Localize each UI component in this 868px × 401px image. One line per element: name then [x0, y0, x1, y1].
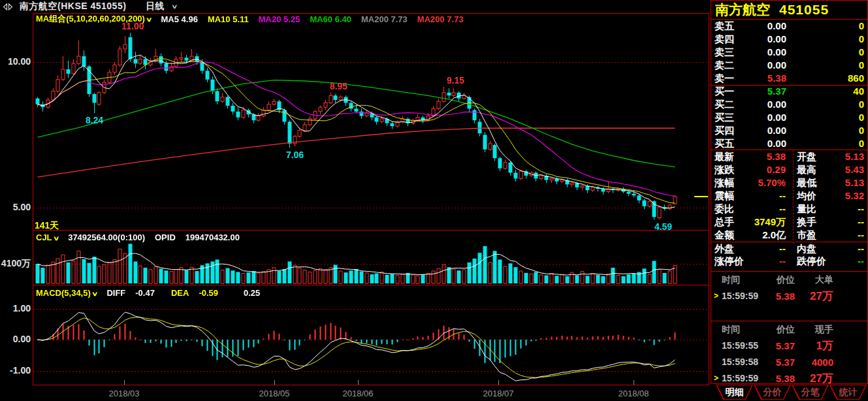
date-label: 2018/08: [611, 389, 656, 398]
column-header: 时间: [722, 272, 740, 288]
book-price: 0.00: [767, 111, 786, 124]
volume-indicator-row: CJL∨ 37492564.00(0:100) OPID 199470432.0…: [36, 232, 240, 242]
chart-annotation: 8.24: [80, 115, 110, 125]
stat-row: 外盘--内盘--: [711, 242, 867, 255]
order-book-row: 卖三0.000: [711, 46, 867, 59]
stat-row: 最新5.38开盘5.13: [711, 150, 867, 163]
stat-value: 0.29: [767, 163, 786, 176]
bottom-tabs: 明细分价分笔统计: [712, 385, 868, 401]
tab-tick[interactable]: 分笔: [792, 385, 829, 400]
diff-value: -0.47: [135, 288, 155, 298]
stat-value: --: [779, 202, 786, 216]
stat-value: 5.70%: [758, 176, 786, 189]
big-orders-table: 时间价位大单>15:59:595.3827万: [711, 271, 868, 321]
ma-label-5: MA200 7.73: [361, 14, 408, 24]
book-price: 0.00: [767, 98, 786, 111]
chevron-down-icon[interactable]: ∨: [171, 3, 178, 10]
stat-label: 内盘: [797, 242, 816, 255]
stat-value: 5.13: [845, 150, 864, 163]
main-price-tick: 10.00: [0, 56, 31, 67]
stat-value: --: [858, 242, 864, 255]
stats-column-divider: [793, 150, 794, 244]
book-divider: [711, 85, 867, 86]
tab-label: 分价: [754, 385, 791, 400]
stat-value: --: [858, 229, 864, 242]
cjl-value: 37492564.00(0:100): [68, 233, 145, 242]
trade-qty: 4000: [812, 354, 833, 370]
tab-label: 明细: [716, 385, 753, 400]
title-bar: 南方航空(HKSE 451055) 日线 ∨: [0, 0, 711, 13]
order-book-row: 买五0.000: [711, 137, 867, 150]
book-qty: 0: [859, 46, 864, 59]
price-chart-canvas[interactable]: [33, 13, 709, 385]
cjl-label[interactable]: CJL∨: [36, 233, 58, 242]
dea-label: DEA: [171, 288, 189, 298]
book-label: 卖一: [715, 72, 734, 85]
stat-label: 涨幅: [715, 176, 734, 189]
stat-value: 2.0亿: [762, 229, 786, 242]
chart-annotation: 4.59: [649, 221, 679, 232]
book-price: 0.00: [767, 46, 786, 59]
link-triangles-icon: [3, 3, 13, 10]
ma-label-1: MA5 4.96: [161, 14, 198, 24]
range-days-label: 141天: [35, 220, 59, 232]
tab-detail[interactable]: 明细: [716, 385, 753, 400]
chart-annotation: 8.95: [324, 81, 354, 91]
ma-indicator-row: MA组合(5,10,20,60,200,200)∨MA5 4.96MA10 5.…: [36, 14, 464, 24]
date-label: 2018/03: [101, 389, 147, 398]
stat-label: 震幅: [715, 189, 734, 202]
stat-label: 跌停价: [797, 255, 826, 268]
ma-label-3: MA20 5.25: [259, 14, 300, 24]
book-qty: 40: [853, 85, 864, 98]
book-label: 买四: [715, 124, 734, 137]
period-selector[interactable]: 日线: [146, 1, 164, 12]
book-label: 买三: [715, 111, 734, 124]
stock-name: 南方航空: [715, 2, 770, 17]
main-price-tick: 5.00: [0, 202, 31, 212]
book-price: 0.00: [767, 124, 786, 137]
stats-grid: 最新5.38开盘5.13涨跌0.29最高5.43涨幅5.70%最低5.13震幅-…: [711, 150, 868, 272]
volume-axis-label: 4100万: [0, 258, 31, 270]
stat-label: 市盈: [797, 229, 816, 242]
book-qty: 0: [859, 124, 864, 137]
order-book-row: 买二0.000: [711, 98, 867, 111]
column-header: 大单: [815, 272, 833, 288]
column-header: 现手: [815, 321, 833, 338]
order-book: 卖五0.000卖四0.000卖三0.000卖二0.000卖一5.38860买一5…: [711, 19, 868, 150]
stat-label: 量比: [797, 202, 816, 216]
tab-statistics[interactable]: 统计: [829, 385, 867, 400]
stat-row: 金额2.0亿市盈--: [711, 229, 867, 242]
stat-row: 涨跌0.29最高5.43: [711, 163, 867, 176]
book-qty: 0: [859, 59, 864, 72]
stock-code: 451055: [779, 2, 829, 17]
stat-value: --: [858, 202, 864, 216]
date-label: 2018/05: [251, 389, 297, 398]
chart-annotation: 11.00: [118, 21, 148, 31]
book-label: 卖三: [715, 46, 734, 59]
stat-label: 最新: [715, 150, 734, 163]
opid-value: 199470432.00: [185, 233, 240, 242]
stat-value: --: [779, 189, 786, 202]
recent-trades-table: 时间价位现手15:59:555.371万15:59:585.374000>15:…: [711, 321, 868, 384]
book-price: 5.37: [767, 85, 786, 98]
column-header: 价位: [777, 321, 795, 338]
book-qty: 0: [859, 98, 864, 111]
tab-label: 统计: [829, 385, 867, 400]
stat-label: 最低: [797, 176, 816, 189]
book-qty: 0: [859, 137, 864, 150]
stat-label: 均价: [797, 189, 816, 202]
order-book-row: 卖一5.38860: [711, 72, 867, 85]
diff-label: DIFF: [106, 288, 125, 298]
chevron-down-icon: ∨: [91, 291, 99, 297]
stat-row: 震幅--均价5.32: [711, 189, 867, 202]
opid-label: OPID: [155, 233, 176, 242]
macd-label[interactable]: MACD(5,34,5)∨: [36, 288, 97, 298]
tab-price-dist[interactable]: 分价: [754, 385, 791, 400]
stat-value: --: [779, 242, 786, 255]
stat-value: 5.43: [845, 163, 864, 176]
stat-label: 涨跌: [715, 163, 734, 176]
stat-label: 涨停价: [715, 255, 744, 268]
stat-label: 最高: [797, 163, 816, 176]
book-qty: 0: [859, 111, 864, 124]
dea-value: -0.59: [199, 288, 218, 298]
